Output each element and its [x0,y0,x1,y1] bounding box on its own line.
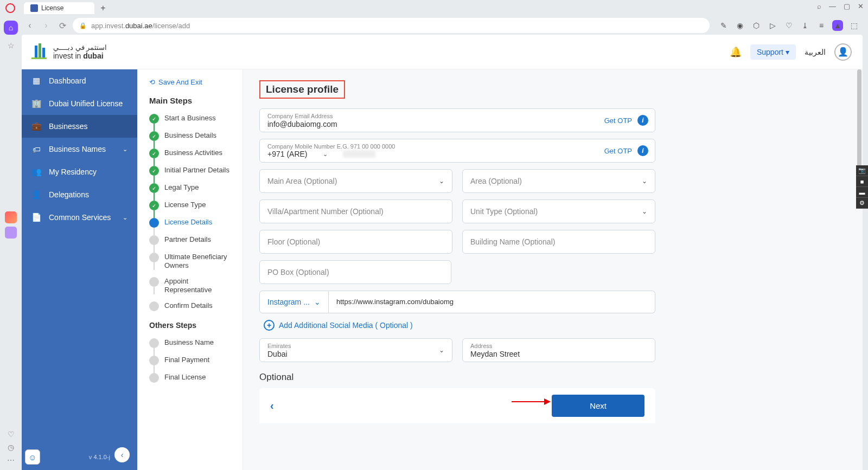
browser-tab[interactable]: License [24,2,94,14]
url-text: app.invest.dubai.ae/license/add [91,22,190,30]
minimize-icon[interactable]: — [829,2,836,10]
back-button[interactable]: ‹ [24,20,36,31]
tab-favicon [30,4,38,12]
tab-title: License [41,4,63,12]
profile-badge[interactable]: ▲ [832,20,843,31]
camera-icon[interactable]: ◉ [735,20,745,31]
new-tab-button[interactable]: + [97,2,110,15]
menu-icon[interactable]: ≡ [816,20,827,31]
lock-icon: 🔒 [79,22,87,29]
shield-icon[interactable]: ⬡ [751,20,762,31]
play-icon[interactable]: ▷ [767,20,778,31]
edit-icon[interactable]: ✎ [718,20,729,31]
address-bar[interactable]: 🔒 app.invest.dubai.ae/license/add [73,18,710,33]
search-icon[interactable]: ⌕ [817,2,821,10]
heart-icon[interactable]: ♡ [783,20,794,31]
home-button[interactable]: ⌂ [4,21,18,35]
cube-icon[interactable]: ⬚ [848,20,859,31]
reload-button[interactable]: ⟳ [56,20,68,31]
download-icon[interactable]: ⤓ [800,20,810,31]
forward-button[interactable]: › [40,20,52,31]
maximize-icon[interactable]: ▢ [844,2,850,10]
opera-logo [5,3,15,13]
close-icon[interactable]: ✕ [858,2,864,10]
